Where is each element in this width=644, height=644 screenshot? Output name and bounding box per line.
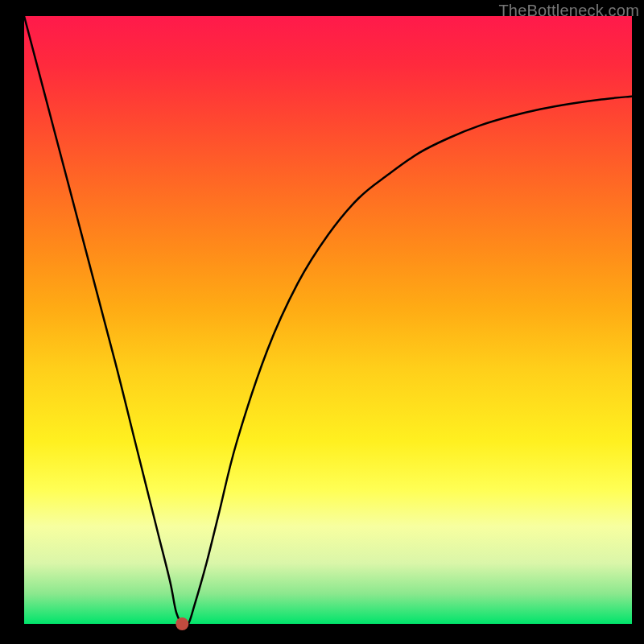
optimal-point-marker — [175, 617, 188, 630]
bottleneck-curve-path — [24, 16, 632, 626]
plot-area — [24, 16, 632, 624]
bottleneck-chart: TheBottleneck.com — [0, 0, 644, 644]
curve-svg — [24, 16, 632, 624]
